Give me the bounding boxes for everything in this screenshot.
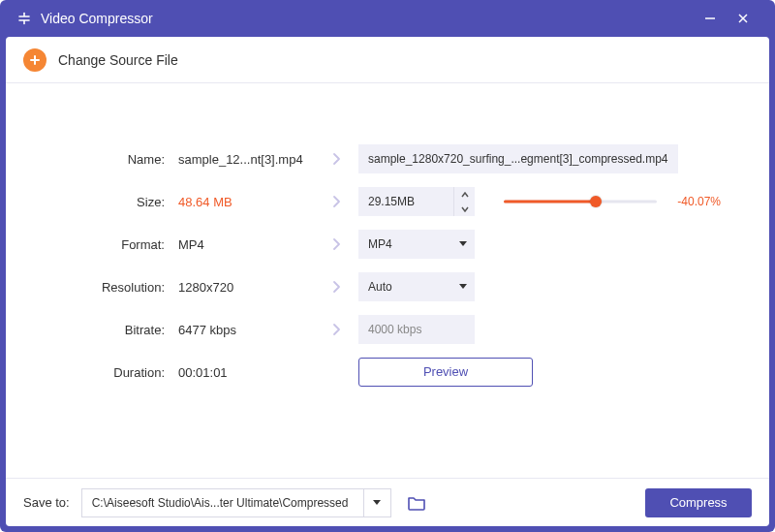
row-bitrate: Bitrate: 6477 kbps 4000 kbps xyxy=(54,308,721,351)
arrow-icon xyxy=(322,280,351,294)
row-format: Format: MP4 MP4 xyxy=(54,223,721,266)
reduction-pct: -40.07% xyxy=(670,195,721,208)
chevron-down-icon xyxy=(451,272,475,301)
output-resolution-value: Auto xyxy=(358,272,451,301)
preview-button[interactable]: Preview xyxy=(358,358,533,387)
titlebar: Video Compressor xyxy=(0,0,775,37)
size-step-down[interactable] xyxy=(454,202,475,216)
window-frame: Video Compressor Change Source File Name… xyxy=(0,0,775,532)
source-size: 48.64 MB xyxy=(178,195,314,209)
open-folder-button[interactable] xyxy=(403,489,430,516)
source-resolution: 1280x720 xyxy=(178,280,314,295)
output-format-select[interactable]: MP4 xyxy=(358,230,475,259)
close-button[interactable] xyxy=(727,0,760,37)
row-resolution: Resolution: 1280x720 Auto xyxy=(54,266,721,308)
size-slider[interactable] xyxy=(504,196,657,207)
client-area: Change Source File Name: sample_12...nt[… xyxy=(6,37,769,526)
output-name-input[interactable]: sample_1280x720_surfing_...egment[3]_com… xyxy=(358,144,678,173)
output-size-value[interactable]: 29.15MB xyxy=(358,187,453,216)
source-bitrate: 6477 kbps xyxy=(178,323,314,337)
change-source-label[interactable]: Change Source File xyxy=(58,52,178,68)
source-duration: 00:01:01 xyxy=(178,365,314,380)
label-format: Format: xyxy=(54,237,170,252)
output-format-value: MP4 xyxy=(358,230,451,259)
arrow-icon xyxy=(322,152,351,166)
add-source-button[interactable] xyxy=(23,48,46,72)
window-title: Video Compressor xyxy=(41,11,153,26)
label-duration: Duration: xyxy=(54,365,170,380)
chevron-down-icon xyxy=(363,489,390,516)
row-name: Name: sample_12...nt[3].mp4 sample_1280x… xyxy=(54,138,721,180)
source-name: sample_12...nt[3].mp4 xyxy=(178,152,314,167)
label-bitrate: Bitrate: xyxy=(54,323,170,337)
save-to-label: Save to: xyxy=(23,495,70,510)
arrow-icon xyxy=(322,237,351,251)
label-size: Size: xyxy=(54,195,170,209)
save-path-value: C:\Aiseesoft Studio\Ais...ter Ultimate\C… xyxy=(82,489,363,516)
app-icon xyxy=(16,10,33,27)
minimize-button[interactable] xyxy=(694,0,727,37)
output-resolution-select[interactable]: Auto xyxy=(358,272,475,301)
arrow-icon xyxy=(322,323,351,336)
source-format: MP4 xyxy=(178,237,314,252)
size-step-up[interactable] xyxy=(454,187,475,202)
footer: Save to: C:\Aiseesoft Studio\Ais...ter U… xyxy=(6,478,769,526)
save-path-select[interactable]: C:\Aiseesoft Studio\Ais...ter Ultimate\C… xyxy=(81,488,391,517)
label-name: Name: xyxy=(54,152,170,167)
row-size: Size: 48.64 MB 29.15MB xyxy=(54,180,721,223)
compress-button[interactable]: Compress xyxy=(645,488,752,517)
header-bar: Change Source File xyxy=(6,37,769,83)
form-body: Name: sample_12...nt[3].mp4 sample_1280x… xyxy=(6,83,769,478)
output-size-spinner[interactable]: 29.15MB xyxy=(358,187,475,216)
output-bitrate: 4000 kbps xyxy=(358,315,475,344)
arrow-icon xyxy=(322,195,351,208)
chevron-down-icon xyxy=(451,230,475,259)
row-duration: Duration: 00:01:01 Preview xyxy=(54,351,721,393)
label-resolution: Resolution: xyxy=(54,280,170,295)
